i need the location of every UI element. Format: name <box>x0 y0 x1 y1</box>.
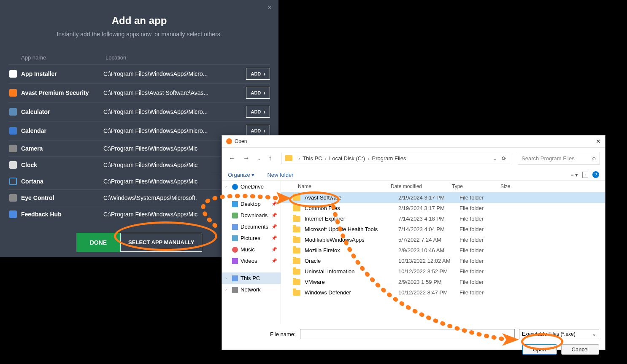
sidebar-item[interactable]: Desktop 📌 <box>222 198 281 210</box>
col-date[interactable]: Date modified <box>391 183 452 189</box>
sidebar-item[interactable]: Music 📌 <box>222 244 281 255</box>
file-row[interactable]: Uninstall Information 10/12/2022 3:52 PM… <box>281 266 605 277</box>
select-manually-button[interactable]: SELECT APP MANUALLY <box>120 233 202 252</box>
dialog-toolbar: Organize ▾ New folder ≡ ▾ ▫ ? <box>222 169 605 181</box>
sidebar-item[interactable]: › Network <box>222 284 281 295</box>
col-size[interactable]: Size <box>500 183 601 189</box>
close-icon[interactable]: ✕ <box>267 4 272 11</box>
sidebar-item-label: Videos <box>241 258 257 264</box>
col-app-name: App name <box>21 54 105 61</box>
file-row[interactable]: Common Files 2/19/2024 3:17 PM File fold… <box>281 203 605 213</box>
file-type: File folder <box>459 289 508 296</box>
dialog-close-icon[interactable]: ✕ <box>596 138 601 145</box>
breadcrumb-item[interactable]: Program Files <box>372 155 406 162</box>
done-button[interactable]: DONE <box>76 233 120 252</box>
folder-icon <box>293 237 300 243</box>
dialog-actions: Open Cancel <box>222 344 605 361</box>
chevron-right-icon[interactable]: › <box>225 276 227 280</box>
help-icon[interactable]: ? <box>592 171 599 178</box>
file-row[interactable]: Internet Explorer 7/14/2023 4:18 PM File… <box>281 213 605 224</box>
pin-icon: 📌 <box>271 235 277 241</box>
file-type: File folder <box>459 194 508 201</box>
new-folder-button[interactable]: New folder <box>267 172 293 178</box>
chevron-down-icon[interactable]: ⌄ <box>493 155 497 162</box>
file-row[interactable]: VMware 2/9/2023 1:59 PM File folder <box>281 277 605 287</box>
file-name: Windows Defender <box>305 289 398 296</box>
sidebar-item[interactable]: › This PC <box>222 272 281 284</box>
file-date: 2/9/2023 1:59 PM <box>398 279 459 285</box>
file-row[interactable]: Windows Defender 10/12/2022 8:47 PM File… <box>281 287 605 298</box>
folder-icon <box>293 248 300 253</box>
up-button[interactable]: ↑ <box>267 154 273 162</box>
back-button[interactable]: ← <box>227 154 237 162</box>
desktop-icon <box>232 201 238 207</box>
app-table-header: App name Location <box>8 54 270 64</box>
file-name: Common Files <box>305 205 398 211</box>
file-date: 7/14/2023 4:04 PM <box>398 226 459 232</box>
sidebar-item-label: Music <box>241 246 255 253</box>
forward-button[interactable]: → <box>241 154 251 162</box>
sidebar-item[interactable]: Downloads 📌 <box>222 210 281 221</box>
search-input[interactable]: Search Program Files <box>518 152 600 164</box>
chevron-right-icon[interactable]: › <box>225 184 227 189</box>
file-row[interactable]: ModifiableWindowsApps 5/7/2022 7:24 AM F… <box>281 235 605 245</box>
breadcrumb-item[interactable]: This PC <box>303 155 322 162</box>
col-type[interactable]: Type <box>452 183 500 189</box>
file-open-dialog: Open ✕ ← → ⌄ ↑ › This PC › Local Disk (C… <box>222 135 605 350</box>
preview-pane-icon[interactable]: ▫ <box>582 172 588 178</box>
app-name: Feedback Hub <box>21 211 103 218</box>
dialog-bottom: File name: Executable Files (*.exe)⌄ <box>222 324 605 344</box>
app-name: Avast Premium Security <box>21 89 103 96</box>
add-button[interactable]: ADD <box>246 87 270 99</box>
sidebar-item[interactable]: Documents 📌 <box>222 221 281 232</box>
app-icon <box>8 144 18 153</box>
open-button[interactable]: Open <box>522 344 557 355</box>
file-filter-dropdown[interactable]: Executable Files (*.exe)⌄ <box>519 329 599 339</box>
folder-icon <box>293 279 300 285</box>
app-icon <box>8 177 18 186</box>
dialog-sidebar: › OneDrive Desktop 📌 Downloads 📌 Documen… <box>222 181 281 324</box>
folder-icon <box>293 269 300 275</box>
folder-icon <box>293 258 300 264</box>
file-row[interactable]: Oracle 10/13/2022 12:02 AM File folder <box>281 256 605 266</box>
file-row[interactable]: Mozilla Firefox 2/9/2023 10:46 AM File f… <box>281 245 605 256</box>
file-type: File folder <box>459 237 508 243</box>
sidebar-item[interactable]: › OneDrive <box>222 181 281 192</box>
sidebar-item[interactable]: Videos 📌 <box>222 255 281 267</box>
filename-input[interactable] <box>300 329 515 339</box>
app-location: C:\Program Files\WindowsApps\micro... <box>103 127 246 134</box>
file-row[interactable]: Avast Software 2/19/2024 3:17 PM File fo… <box>281 192 605 203</box>
dialog-body: › OneDrive Desktop 📌 Downloads 📌 Documen… <box>222 181 605 324</box>
file-date: 5/7/2022 7:24 AM <box>398 237 459 243</box>
sidebar-item-label: Downloads <box>241 212 268 218</box>
add-button[interactable]: ADD <box>246 68 270 80</box>
folder-icon <box>293 195 300 201</box>
pin-icon: 📌 <box>271 213 277 218</box>
col-name[interactable]: Name <box>285 183 391 189</box>
app-icon <box>8 160 18 170</box>
dialog-title: Open <box>235 138 247 144</box>
dropdown-nav-icon[interactable]: ⌄ <box>256 156 262 161</box>
pin-icon: 📌 <box>271 224 277 229</box>
breadcrumb-bar[interactable]: › This PC › Local Disk (C:) › Program Fi… <box>281 153 510 164</box>
app-icon <box>8 210 18 219</box>
file-type: File folder <box>459 247 508 253</box>
chevron-right-icon[interactable]: › <box>225 287 227 292</box>
cancel-button[interactable]: Cancel <box>561 344 599 355</box>
app-location: C:\Program Files\Avast Software\Avas... <box>103 89 246 96</box>
app-icon <box>8 193 18 202</box>
file-date: 7/14/2023 4:18 PM <box>398 216 459 222</box>
sidebar-item-label: Desktop <box>241 201 261 207</box>
organize-button[interactable]: Organize ▾ <box>228 172 254 178</box>
sidebar-item[interactable]: Pictures 📌 <box>222 232 281 244</box>
add-button[interactable]: ADD <box>246 106 270 118</box>
file-name: Microsoft Update Health Tools <box>305 226 398 232</box>
refresh-icon[interactable]: ⟳ <box>502 155 506 162</box>
file-date: 2/19/2024 3:17 PM <box>398 194 459 201</box>
view-list-icon[interactable]: ≡ ▾ <box>570 172 578 178</box>
breadcrumb-item[interactable]: Local Disk (C:) <box>329 155 365 162</box>
file-row[interactable]: Microsoft Update Health Tools 7/14/2023 … <box>281 224 605 235</box>
app-name: App Installer <box>21 70 103 77</box>
app-icon <box>8 107 18 116</box>
docs-icon <box>232 224 238 230</box>
